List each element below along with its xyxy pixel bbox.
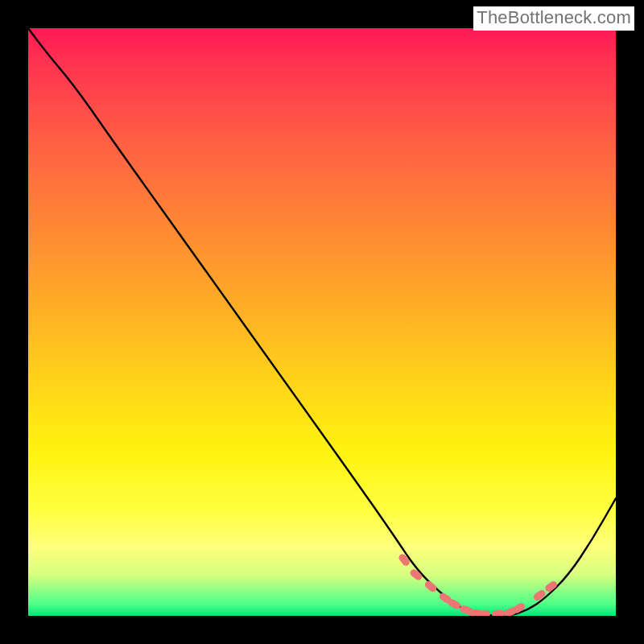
- main-curve: [28, 28, 616, 616]
- highlight-dot: [532, 588, 547, 602]
- highlight-dot: [491, 609, 505, 616]
- plot-area: [28, 28, 616, 616]
- chart-container: { "watermark": "TheBottleneck.com", "cha…: [0, 0, 644, 644]
- watermark-text: TheBottleneck.com: [473, 6, 634, 31]
- highlight-dot: [477, 610, 490, 616]
- curve-layer: [28, 28, 616, 616]
- highlight-dot: [423, 580, 438, 593]
- highlight-dot: [409, 568, 423, 581]
- highlight-dot: [398, 553, 411, 568]
